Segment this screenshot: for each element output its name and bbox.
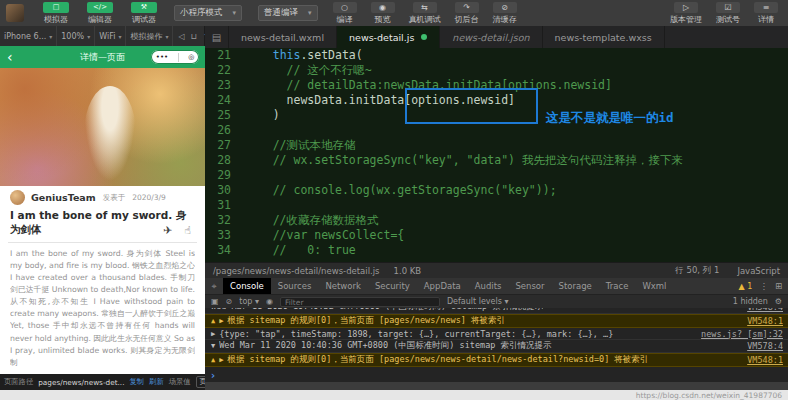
dock-side-icon[interactable]: ⊞ [775,281,782,291]
console-sidebar-icon[interactable]: ▣ [211,297,219,306]
preview-label: 预览 [375,14,391,25]
devtools-tab-sources[interactable]: Sources [271,278,319,294]
source-link[interactable]: news.js? [sm]:32 [691,329,783,339]
preview-button[interactable]: ◉ 预览 [371,2,395,25]
gear-icon[interactable]: ⚙ [775,297,782,306]
code-text: // console.log(wx.getStorageSync("key"))… [245,183,557,198]
more-icon[interactable]: ••• [156,53,168,61]
compile-button[interactable]: ○ 编译 [333,2,357,25]
code-line[interactable]: 30 // console.log(wx.getStorageSync("key… [205,183,788,198]
devtools-tab-audits[interactable]: Audits [468,278,509,294]
line-number: 25 [205,108,245,123]
filter-input[interactable]: Filter [280,297,440,307]
simulate-select[interactable]: 模拟操作 ▾ [126,26,173,46]
file-path: /pages/news/news-detail/news-detail.js [213,266,380,276]
scene-label[interactable]: 场景值 [169,377,191,387]
code-text: // 这个不行嗯~ [245,63,372,78]
source-link[interactable]: VM578:4 [737,341,783,351]
context-select[interactable]: top ▾ [239,297,259,306]
editor-tab[interactable]: news-detail.json [440,26,542,48]
editor-tab[interactable]: news-template.wxss [543,26,665,48]
simulator-toggle-button[interactable]: □ 模拟器 [43,2,69,25]
debugger-toggle-button[interactable]: ⚒ 调试器 [131,2,157,25]
wechat-devtools-window: □ 模拟器 </> 编辑器 ⚒ 调试器 小程序模式 ▾ 普通编译 ▾ ○ 编译 … [0,0,788,400]
expand-arrow-icon[interactable]: ▶ [211,330,215,338]
devtools-tab-trace[interactable]: Trace [599,278,636,294]
devtools-tab-appdata[interactable]: AppData [417,278,468,294]
like-hand-icon[interactable]: ☝ [184,224,191,237]
code-line[interactable]: 29 [205,168,788,183]
code-editor[interactable]: 21 this.setData(22 // 这个不行嗯~23 // detail… [205,48,788,262]
copy-link[interactable]: 复制 [129,377,144,387]
device-debug-icon: ⇆ [413,2,437,13]
chevron-down-icon: ▾ [49,33,52,40]
inspect-device-icon[interactable]: ⌖ [205,281,223,292]
capsule-menu[interactable]: ••• ◎ [151,50,199,64]
code-line[interactable]: 26 [205,123,788,138]
version-manage-button[interactable]: ▷ 版本管理 [670,2,702,25]
console-message-text: 根据 sitemap 的规则[0]，当前页面 [pages/news/news-… [227,354,648,366]
code-line[interactable]: 27 //测试本地存储 [205,138,788,153]
code-line[interactable]: 28 // wx.setStorageSync("key", "data") 我… [205,153,788,168]
devtools-tab-sensor[interactable]: Sensor [508,278,551,294]
device-debug-button[interactable]: ⇆ 真机调试 [409,2,441,25]
kebab-menu-icon[interactable]: ⋮ [759,281,768,291]
language-mode[interactable]: JavaScript [737,266,780,276]
page-path-label: 页面路径 [4,377,33,387]
mode-select[interactable]: 小程序模式 ▾ [174,5,242,21]
chevron-down-icon: ▾ [308,9,312,17]
clear-console-icon[interactable]: ⊘ [226,297,233,306]
source-link[interactable]: VM548:1 [737,355,783,365]
avatar[interactable] [10,190,25,205]
switch-background-button[interactable]: ↷ 切后台 [455,2,479,25]
code-line[interactable]: 32 //收藏存储数据格式 [205,213,788,228]
details-button[interactable]: ≡ 详情 [754,2,778,25]
expand-arrow-icon[interactable]: ▶ [219,356,223,364]
code-line[interactable]: 33 //var newsCollect={ [205,228,788,243]
rotate-icon[interactable]: ◁ [178,32,184,41]
file-tree-toggle-icon[interactable]: ▤ [205,26,229,48]
cursor-position[interactable]: 行 50, 列 1 [675,265,719,277]
source-link[interactable]: VM548:1 [737,316,783,326]
test-account-button[interactable]: ☑ 测试号 [716,2,740,25]
code-line[interactable]: 22 // 这个不行嗯~ [205,63,788,78]
project-avatar[interactable] [6,4,24,22]
warning-count-badge[interactable]: ▲ 1 [739,282,753,291]
editor-tab[interactable]: news-detail.js [337,26,440,48]
article-cover-image [0,68,205,186]
console-prompt[interactable]: › [205,368,788,382]
dock-icon[interactable]: ⊔ [191,32,197,41]
editor-tab[interactable]: news-detail.wxml [229,26,337,48]
line-number: 33 [205,228,245,243]
network-select[interactable]: WiFi ▾ [95,26,126,46]
expand-arrow-icon[interactable]: ▼ [211,342,215,350]
close-target-icon[interactable]: ◎ [188,53,194,61]
editor-tab-label: news-detail.js [349,32,414,43]
illustration-character [84,86,136,181]
bottom-strip: https://blog.csdn.net/weixin_41987706 [0,390,788,400]
code-line[interactable]: 21 this.setData( [205,48,788,63]
devtools-tab-security[interactable]: Security [368,278,417,294]
page-params-button[interactable]: 页面参数 [196,376,205,388]
code-line[interactable]: 31 [205,198,788,213]
zoom-select[interactable]: 100% ▾ [57,26,95,46]
author-name: GeniusTeam [31,192,96,203]
device-select[interactable]: iPhone 6... ▾ [0,26,57,46]
editor-toggle-button[interactable]: </> 编辑器 [87,2,113,25]
clear-cache-button[interactable]: ⊘ 清缓存 [493,2,517,25]
devtools-tab-wxml[interactable]: Wxml [635,278,673,294]
refresh-link[interactable]: 刷新 [149,377,164,387]
source-link[interactable]: VM548:4 [737,308,783,312]
code-line[interactable]: 34 // 0: true [205,243,788,258]
devtools-tab-console[interactable]: Console [223,278,271,294]
share-icon[interactable]: ✈ [163,224,172,237]
eye-icon[interactable]: ◉ [266,297,273,306]
compile-mode-select[interactable]: 普通编译 ▾ [258,5,318,21]
devtools-tab-network[interactable]: Network [318,278,368,294]
devtools-tabbar: ⌖ ConsoleSourcesNetworkSecurityAppDataAu… [205,278,788,294]
expand-arrow-icon[interactable]: ▶ [219,317,223,325]
devtools-tab-storage[interactable]: Storage [552,278,599,294]
line-number: 34 [205,243,245,258]
capsule-divider [178,53,179,62]
log-levels-select[interactable]: Default levels ▾ [447,297,509,306]
